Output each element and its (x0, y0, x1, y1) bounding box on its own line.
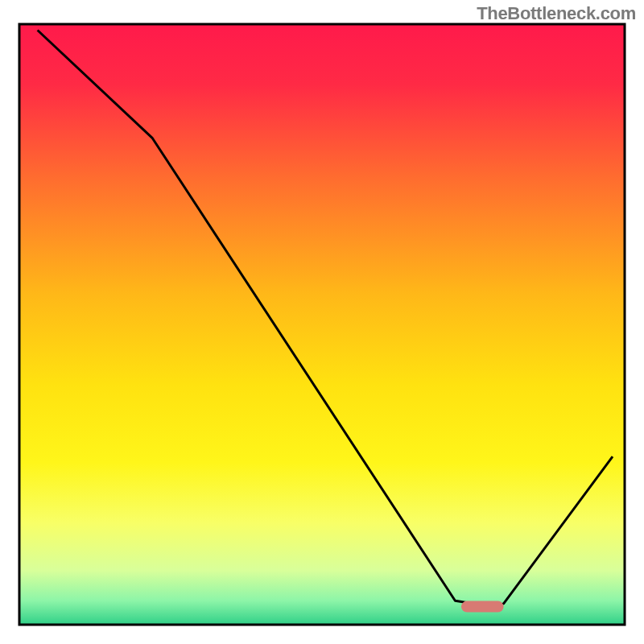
watermark-text: TheBottleneck.com (477, 3, 636, 24)
chart-container: TheBottleneck.com (0, 0, 644, 644)
optimal-marker (461, 601, 504, 613)
plot-background (19, 24, 625, 625)
chart-svg (0, 0, 644, 644)
